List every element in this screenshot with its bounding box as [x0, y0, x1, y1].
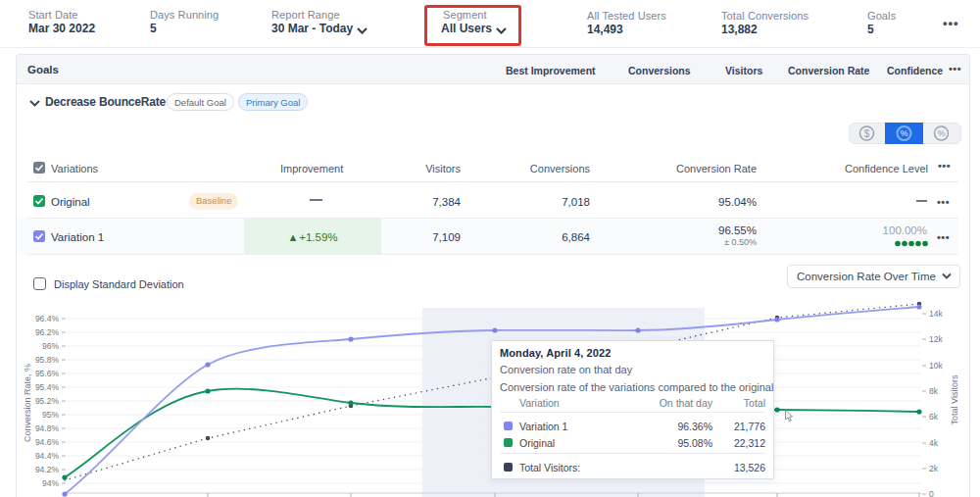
- svg-text:%: %: [900, 128, 907, 138]
- svg-text:95.8%: 95.8%: [35, 355, 60, 365]
- svg-text:94.8%: 94.8%: [35, 423, 60, 433]
- svg-text:95.4%: 95.4%: [35, 382, 60, 392]
- svg-text:6k: 6k: [929, 412, 939, 422]
- svg-text:95.6%: 95.6%: [35, 369, 60, 378]
- svg-text:95%: 95%: [42, 410, 59, 420]
- svg-text:96%: 96%: [42, 341, 59, 351]
- svg-text:94%: 94%: [42, 478, 59, 488]
- svg-text:0: 0: [929, 489, 934, 497]
- svg-text:10k: 10k: [929, 361, 943, 371]
- svg-text:95.2%: 95.2%: [35, 396, 60, 406]
- svg-text:Total Visitors: Total Visitors: [950, 374, 959, 424]
- svg-text:8k: 8k: [929, 386, 939, 396]
- svg-text:12k: 12k: [929, 334, 943, 344]
- svg-text:$: $: [864, 128, 870, 139]
- svg-text:94.2%: 94.2%: [35, 465, 60, 474]
- svg-text:14k: 14k: [929, 309, 943, 319]
- svg-text:2k: 2k: [929, 464, 939, 473]
- svg-text:94.4%: 94.4%: [35, 451, 60, 461]
- svg-text:%: %: [937, 128, 945, 138]
- svg-text:96.2%: 96.2%: [35, 327, 60, 337]
- svg-text:94.6%: 94.6%: [35, 437, 60, 447]
- svg-text:4k: 4k: [929, 438, 939, 448]
- svg-text:96.4%: 96.4%: [35, 314, 60, 323]
- svg-text:Conversion Rate, %: Conversion Rate, %: [23, 364, 32, 442]
